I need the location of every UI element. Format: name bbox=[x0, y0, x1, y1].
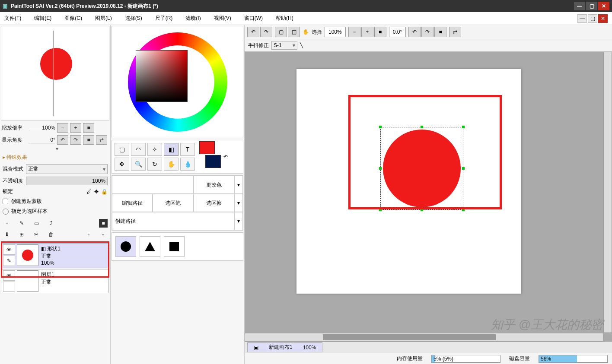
angle-value[interactable]: 0° bbox=[29, 137, 55, 143]
rotate-tool[interactable]: ↻ bbox=[147, 158, 162, 171]
stabilizer-select[interactable]: S-1▾ bbox=[271, 41, 297, 50]
background-swatch[interactable] bbox=[205, 155, 221, 168]
new-layer-button[interactable]: ▫ bbox=[3, 219, 11, 228]
zoom-fit-button[interactable]: ■ bbox=[374, 27, 386, 37]
doc-restore-button[interactable]: ▢ bbox=[588, 14, 597, 23]
move-tool[interactable]: ✥ bbox=[115, 158, 129, 171]
rotate-cw-button[interactable]: ↷ bbox=[70, 135, 81, 145]
eyedropper-tool[interactable]: 💧 bbox=[180, 158, 195, 171]
delete-layer-button[interactable]: 🗑 bbox=[47, 230, 55, 239]
opacity-slider[interactable]: 100% bbox=[26, 177, 108, 185]
vertical-scrollbar[interactable] bbox=[603, 52, 612, 333]
select-sample-radio[interactable] bbox=[3, 209, 9, 215]
rotate-reset-button[interactable]: ■ bbox=[83, 135, 94, 145]
layer-item-shape1[interactable]: 👁 ✎ ◧ 形状1 正常 100% bbox=[2, 243, 108, 268]
color-wheel[interactable] bbox=[112, 26, 243, 138]
edit-path-cell[interactable]: 编辑路径 bbox=[112, 194, 153, 212]
shape-triangle[interactable] bbox=[140, 236, 160, 257]
mask-apply-button[interactable]: ▫ bbox=[84, 230, 93, 239]
create-path-cell[interactable]: 创建路径 bbox=[112, 212, 234, 230]
lock-all-icon[interactable]: 🔒 bbox=[101, 189, 108, 195]
edit-icon[interactable] bbox=[3, 282, 15, 292]
flip-h-button[interactable]: ⇄ bbox=[449, 27, 461, 37]
zoom-out-button[interactable]: − bbox=[348, 27, 360, 37]
mask-button[interactable]: ■ bbox=[99, 219, 108, 228]
effects-header[interactable]: ▸ 特殊效果 bbox=[0, 152, 110, 163]
rotate-cw-button[interactable]: ↷ bbox=[421, 27, 434, 37]
clear-button[interactable]: ✂ bbox=[32, 230, 41, 239]
duplicate-button[interactable]: ⊞ bbox=[17, 230, 26, 239]
undo-button[interactable]: ↶ bbox=[247, 27, 259, 37]
menu-filter[interactable]: 滤镜(I) bbox=[185, 15, 201, 22]
maximize-button[interactable]: ▢ bbox=[586, 2, 597, 10]
deselect-button[interactable]: ▢ bbox=[275, 27, 287, 37]
sv-picker[interactable] bbox=[136, 50, 188, 102]
horizontal-scrollbar[interactable] bbox=[245, 333, 603, 342]
menu-help[interactable]: 帮助(H) bbox=[276, 15, 293, 22]
blend-mode-select[interactable]: 正常▾ bbox=[26, 164, 108, 174]
minimize-button[interactable]: — bbox=[574, 2, 585, 10]
zoom-field[interactable]: 100% bbox=[325, 27, 346, 37]
flip-button[interactable]: ⇄ bbox=[96, 135, 107, 145]
lock-move-icon[interactable]: ✥ bbox=[94, 189, 99, 195]
zoom-value[interactable]: 100% bbox=[29, 125, 55, 131]
rotate-reset-button[interactable]: ■ bbox=[434, 27, 446, 37]
menu-image[interactable]: 图像(C) bbox=[64, 15, 82, 22]
text-tool[interactable]: T bbox=[180, 143, 195, 156]
menu-ruler[interactable]: 尺子(R) bbox=[155, 15, 173, 22]
canvas[interactable] bbox=[296, 69, 521, 294]
redo-button[interactable]: ↷ bbox=[260, 27, 272, 37]
navigator-preview[interactable] bbox=[1, 26, 109, 121]
doc-close-button[interactable]: ✕ bbox=[598, 14, 608, 23]
options-dropdown[interactable]: ▾ bbox=[234, 176, 243, 194]
marquee-tool[interactable]: ▢ bbox=[115, 143, 129, 156]
selection-bounds[interactable] bbox=[380, 127, 463, 210]
menu-select[interactable]: 选择(S) bbox=[125, 15, 142, 22]
swap-colors-icon[interactable]: ↶ bbox=[223, 154, 228, 160]
vector-icon: ◧ bbox=[41, 246, 47, 252]
zoom-out-button[interactable]: − bbox=[57, 123, 68, 133]
edit-icon[interactable]: ✎ bbox=[3, 256, 15, 266]
zoom-in-button[interactable]: + bbox=[70, 123, 81, 133]
sel-pen-cell[interactable]: 选区笔 bbox=[153, 194, 193, 212]
transfer-button[interactable]: ⤴ bbox=[47, 219, 55, 228]
new-folder-button[interactable]: ▭ bbox=[32, 219, 41, 228]
menu-layer[interactable]: 图层(L) bbox=[95, 15, 112, 22]
rotate-ccw-button[interactable]: ↶ bbox=[57, 135, 68, 145]
zoom-in-button[interactable]: + bbox=[361, 27, 373, 37]
layer-item-layer1[interactable]: 👁 图层1 正常 bbox=[2, 269, 108, 293]
merge-down-button[interactable]: ⬇ bbox=[3, 230, 11, 239]
zoom-tool[interactable]: 🔍 bbox=[131, 158, 146, 171]
menu-file[interactable]: 文件(F) bbox=[4, 15, 21, 22]
sel-erase-cell[interactable]: 选区擦 bbox=[194, 194, 234, 212]
hand-tool[interactable]: ✋ bbox=[164, 158, 178, 171]
menu-edit[interactable]: 编辑(E) bbox=[34, 15, 51, 22]
shape-tool[interactable]: ◧ bbox=[164, 143, 178, 156]
doc-minimize-button[interactable]: — bbox=[577, 14, 587, 23]
rotate-ccw-button[interactable]: ↶ bbox=[408, 27, 421, 37]
stroke-line-icon[interactable]: ╲ bbox=[300, 42, 303, 48]
foreground-swatch[interactable] bbox=[199, 141, 215, 154]
menu-window[interactable]: 窗口(W) bbox=[244, 15, 263, 22]
zoom-reset-button[interactable]: ■ bbox=[83, 123, 94, 133]
shape-circle[interactable] bbox=[115, 236, 136, 257]
invert-sel-button[interactable]: ◫ bbox=[288, 27, 300, 37]
disk-label: 磁盘容量 bbox=[509, 355, 530, 362]
angle-field[interactable]: 0.0° bbox=[389, 27, 406, 37]
canvas-viewport[interactable]: 知乎 @王大花的秘密 bbox=[245, 52, 612, 342]
visibility-icon[interactable]: 👁 bbox=[3, 270, 15, 281]
lasso-tool[interactable]: ◠ bbox=[131, 143, 146, 156]
clipping-checkbox[interactable] bbox=[3, 199, 8, 204]
select-sample-label: 指定为选区样本 bbox=[11, 208, 48, 215]
recolor-cell[interactable]: 更改色 bbox=[194, 176, 234, 194]
document-tab[interactable]: ▣ 新建画布1 100% bbox=[247, 342, 322, 352]
lock-pixels-icon[interactable]: 🖊 bbox=[86, 189, 92, 195]
layer-name: 图层1 bbox=[41, 271, 105, 279]
mask-delete-button[interactable]: ▫ bbox=[99, 230, 108, 239]
shape-square[interactable] bbox=[164, 236, 185, 257]
new-linework-button[interactable]: ✎ bbox=[17, 219, 26, 228]
close-button[interactable]: ✕ bbox=[598, 2, 609, 10]
visibility-icon[interactable]: 👁 bbox=[3, 244, 15, 255]
wand-tool[interactable]: ✧ bbox=[147, 143, 162, 156]
menu-view[interactable]: 视图(V) bbox=[214, 15, 231, 22]
